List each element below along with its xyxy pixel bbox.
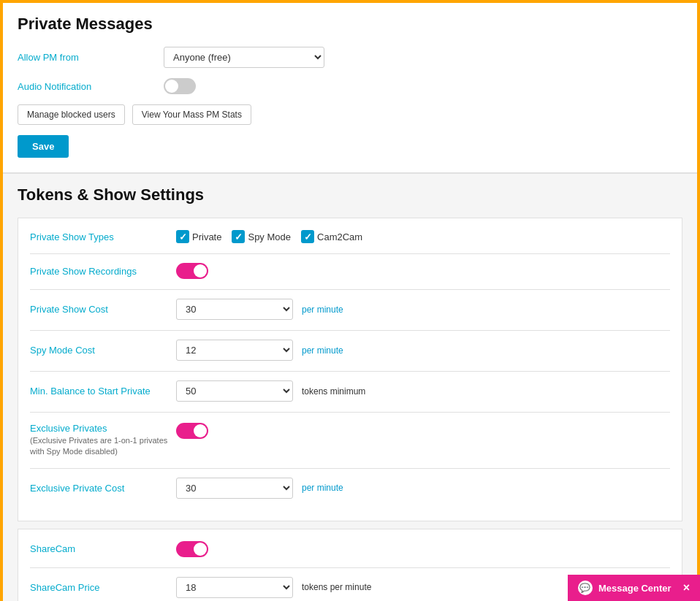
message-center-icon [578,581,593,595]
spy-mode-cost-select[interactable]: 12 6 9 15 18 [176,340,293,361]
divider-5 [30,412,670,413]
type-private-label: Private [192,231,221,242]
exclusive-privates-row: Exclusive Privates (Exclusive Privates a… [30,421,670,458]
divider-6 [30,468,670,469]
sharecam-price-select[interactable]: 18 12 15 21 24 [176,577,293,598]
audio-notification-toggle[interactable] [164,78,196,94]
audio-notification-row: Audio Notification [18,78,682,94]
private-show-recordings-slider [176,263,208,279]
min-balance-select[interactable]: 50 20 30 75 100 [176,380,293,402]
type-spy-checkbox[interactable] [232,230,245,243]
sharecam-price-label: ShareCam Price [30,582,176,593]
exclusive-privates-slider [176,423,208,439]
message-center-close[interactable]: × [683,581,690,594]
type-cam2cam-checkbox[interactable] [301,230,314,243]
private-show-settings: Private Show Types Private Spy Mode Cam2… [18,218,682,521]
type-cam2cam-item: Cam2Cam [301,230,362,243]
private-show-cost-note: per minute [302,305,343,315]
type-spy-label: Spy Mode [248,231,291,242]
private-show-cost-row: Private Show Cost 30 12 18 24 36 42 48 6… [30,299,670,320]
min-balance-label: Min. Balance to Start Private [30,386,176,397]
pm-save-button[interactable]: Save [18,135,69,158]
divider-3 [30,330,670,331]
type-private-checkbox[interactable] [176,230,189,243]
min-balance-note: tokens minimum [302,386,365,397]
spy-mode-cost-label: Spy Mode Cost [30,345,176,356]
divider-7 [30,567,670,568]
view-mass-pm-button[interactable]: View Your Mass PM Stats [132,104,251,125]
divider-4 [30,371,670,372]
audio-notification-label: Audio Notification [18,81,164,92]
private-show-cost-label: Private Show Cost [30,304,176,315]
divider-2 [30,289,670,290]
min-balance-row: Min. Balance to Start Private 50 20 30 7… [30,380,670,402]
sharecam-label: ShareCam [30,543,176,554]
exclusive-privates-note: (Exclusive Privates are 1-on-1 privates … [30,435,176,458]
tokens-section: Tokens & Show Settings Private Show Type… [3,174,697,601]
exclusive-private-cost-select[interactable]: 30 12 18 24 36 42 48 60 [176,478,293,499]
exclusive-privates-label-text: Exclusive Privates [30,423,107,434]
message-center-label: Message Center [598,583,672,594]
spy-mode-cost-row: Spy Mode Cost 12 6 9 15 18 per minute [30,340,670,361]
sharecam-toggle[interactable] [176,541,208,557]
audio-notification-slider [164,78,196,94]
exclusive-private-cost-label: Exclusive Private Cost [30,483,176,494]
exclusive-private-cost-note: per minute [302,483,343,493]
allow-pm-select[interactable]: Anyone (free) Friends only No one [164,47,324,68]
pm-title: Private Messages [18,15,682,34]
private-show-types-group: Private Spy Mode Cam2Cam [176,230,362,243]
private-show-types-row: Private Show Types Private Spy Mode Cam2… [30,230,670,243]
exclusive-privates-toggle[interactable] [176,423,208,439]
private-show-recordings-row: Private Show Recordings [30,263,670,279]
sharecam-row: ShareCam [30,541,670,557]
private-show-recordings-toggle[interactable] [176,263,208,279]
sharecam-slider [176,541,208,557]
type-spy-item: Spy Mode [232,230,291,243]
sharecam-price-note: tokens per minute [302,582,371,592]
private-show-types-label: Private Show Types [30,231,176,242]
pm-section: Private Messages Allow PM from Anyone (f… [3,3,697,174]
exclusive-privates-label: Exclusive Privates (Exclusive Privates a… [30,421,176,458]
private-show-cost-select[interactable]: 30 12 18 24 36 42 48 60 [176,299,293,320]
pm-button-group: Manage blocked users View Your Mass PM S… [18,104,682,125]
allow-pm-row: Allow PM from Anyone (free) Friends only… [18,47,682,68]
type-cam2cam-label: Cam2Cam [317,231,362,242]
private-show-recordings-label: Private Show Recordings [30,266,176,277]
message-center-bar[interactable]: Message Center × [568,575,700,601]
divider-1 [30,253,670,254]
page-wrapper: Private Messages Allow PM from Anyone (f… [3,3,697,601]
tokens-title: Tokens & Show Settings [18,185,682,204]
spy-mode-cost-note: per minute [302,345,343,356]
manage-blocked-button[interactable]: Manage blocked users [18,104,125,125]
allow-pm-label: Allow PM from [18,52,164,63]
exclusive-private-cost-row: Exclusive Private Cost 30 12 18 24 36 42… [30,478,670,499]
type-private-item: Private [176,230,221,243]
